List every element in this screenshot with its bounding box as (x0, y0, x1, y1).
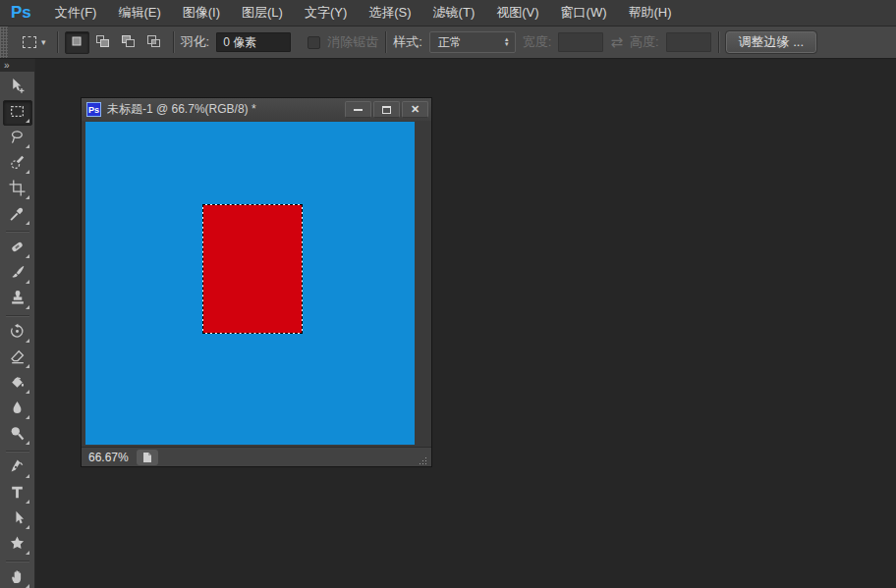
menubar-item[interactable]: 选择(S) (358, 0, 421, 26)
move-icon (9, 78, 26, 97)
flyout-triangle-icon (26, 305, 29, 309)
flyout-triangle-icon (26, 415, 29, 419)
selection-marquee (202, 204, 303, 334)
tool-preset-button[interactable]: ▾ (19, 33, 50, 51)
photoshop-logo: Ps (0, 3, 44, 23)
custom-shape-tool[interactable] (3, 532, 32, 558)
intersect-selection-button[interactable] (141, 31, 166, 54)
add-selection-icon (94, 34, 110, 51)
brush-tool[interactable] (3, 261, 32, 287)
flyout-triangle-icon (26, 119, 29, 123)
menubar-item[interactable]: 图层(L) (231, 0, 294, 26)
menubar-item[interactable]: 视图(V) (485, 0, 549, 26)
pen-tool[interactable] (3, 455, 32, 481)
subtract-selection-icon (120, 34, 136, 51)
refine-edge-button[interactable]: 调整边缘 ... (726, 31, 816, 53)
flyout-triangle-icon (26, 364, 29, 368)
history-brush-icon (9, 323, 26, 343)
new-selection-button[interactable] (65, 31, 89, 54)
feather-label: 羽化: (181, 33, 210, 51)
width-label: 宽度: (523, 33, 552, 51)
divider (57, 31, 58, 53)
flyout-triangle-icon (26, 170, 29, 174)
antialias-label: 消除锯齿 (327, 33, 378, 51)
caret-down-icon: ▾ (41, 37, 46, 47)
clone-stamp-tool[interactable] (3, 287, 32, 312)
menubar: Ps 文件(F)编辑(E)图像(I)图层(L)文字(Y)选择(S)滤镜(T)视图… (0, 0, 896, 27)
eyedropper-tool[interactable] (3, 202, 32, 228)
canvas-area[interactable] (82, 121, 431, 447)
rectangular-marquee-tool[interactable] (3, 100, 32, 126)
path-select-icon (9, 509, 26, 529)
menubar-item[interactable]: 文字(Y) (294, 0, 358, 26)
collapse-panel-button[interactable]: » (0, 59, 34, 72)
canvas-document[interactable] (85, 122, 415, 445)
dodge-icon (9, 425, 26, 445)
paint-bucket-icon (9, 374, 26, 394)
minimize-button[interactable] (345, 101, 371, 118)
tool-list (0, 75, 34, 588)
subtract-from-selection-button[interactable] (116, 31, 140, 54)
updown-arrows-icon: ▲▼ (504, 37, 510, 47)
maximize-button[interactable] (373, 101, 400, 118)
menubar-item[interactable]: 图像(I) (172, 0, 231, 26)
lasso-icon (9, 129, 26, 148)
flyout-triangle-icon (26, 339, 29, 343)
flyout-triangle-icon (26, 195, 29, 199)
dodge-tool[interactable] (3, 422, 32, 448)
history-brush-tool[interactable] (3, 320, 32, 346)
close-button[interactable]: ✕ (402, 101, 428, 118)
style-label: 样式: (393, 33, 422, 51)
hand-icon (9, 568, 26, 588)
selected-red-region (203, 205, 302, 333)
marquee-preset-icon (23, 36, 36, 48)
intersect-selection-icon (145, 34, 161, 51)
menubar-item[interactable]: 编辑(E) (107, 0, 171, 26)
flyout-triangle-icon (26, 280, 29, 284)
width-input (558, 32, 603, 52)
paint-bucket-tool[interactable] (3, 371, 32, 397)
menubar-item[interactable]: 滤镜(T) (422, 0, 486, 26)
menubar-item[interactable]: 窗口(W) (550, 0, 618, 26)
document-titlebar[interactable]: Ps 未标题-1 @ 66.7%(RGB/8) * ✕ (82, 98, 431, 121)
healing-icon (9, 239, 26, 258)
flyout-triangle-icon (26, 474, 29, 478)
spot-healing-brush-tool[interactable] (3, 236, 32, 261)
maximize-icon (382, 106, 391, 114)
flyout-triangle-icon (26, 551, 29, 555)
flyout-triangle-icon (26, 390, 29, 394)
menubar-item[interactable]: 文件(F) (44, 0, 108, 26)
lasso-tool[interactable] (3, 126, 32, 151)
style-select[interactable]: 正常 ▲▼ (429, 31, 516, 53)
tool-group-divider (6, 451, 29, 452)
hand-tool[interactable] (3, 565, 32, 588)
pen-icon (9, 458, 26, 478)
swap-dimensions-icon: ⇄ (610, 33, 623, 51)
tools-panel: » (0, 59, 35, 588)
flyout-triangle-icon (26, 144, 29, 148)
divider (173, 31, 174, 53)
quick-selection-tool[interactable] (3, 151, 32, 177)
move-tool[interactable] (3, 75, 32, 100)
blur-tool[interactable] (3, 397, 32, 422)
feather-input[interactable] (216, 32, 291, 52)
type-tool[interactable] (3, 481, 32, 507)
close-icon: ✕ (411, 104, 420, 115)
path-selection-tool[interactable] (3, 507, 32, 532)
options-bar: ▾ 羽化: 消除锯齿 样式: 正常 ▲▼ 宽度: ⇄ 高度: 调整边缘 ... (0, 27, 896, 59)
type-icon (9, 484, 26, 504)
flyout-triangle-icon (26, 441, 29, 445)
selection-mode-group (65, 31, 166, 54)
zoom-level-field[interactable]: 66.67% (88, 451, 129, 464)
flyout-triangle-icon (26, 525, 29, 529)
window-buttons: ✕ (345, 101, 428, 118)
crop-tool[interactable] (3, 177, 32, 202)
add-to-selection-button[interactable] (90, 31, 115, 54)
height-label: 高度: (630, 33, 659, 51)
options-bar-grip[interactable] (0, 27, 8, 58)
menubar-item[interactable]: 帮助(H) (618, 0, 683, 26)
document-info-icon[interactable] (137, 450, 158, 465)
window-resize-grip[interactable] (416, 454, 428, 466)
eraser-tool[interactable] (3, 346, 32, 371)
flyout-triangle-icon (26, 254, 29, 258)
